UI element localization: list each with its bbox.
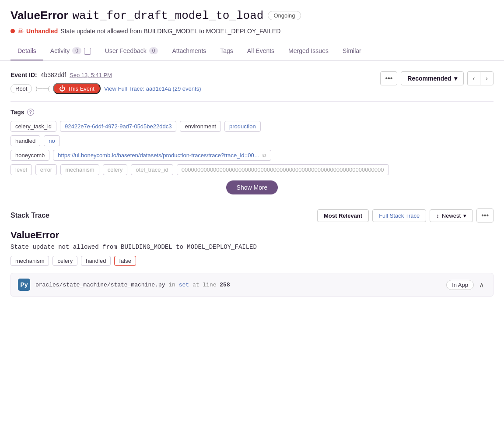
event-left: Event ID: 4b382ddf Sep 13, 5:41 PM Root … [10,71,201,94]
error-tag-mechanism: mechanism [10,256,49,266]
skull-icon: ☠ [18,27,24,35]
comment-icon [84,48,91,55]
page-container: ValueError wait_for_draft_model_to_load … [0,0,504,438]
view-trace-link[interactable]: View Full Trace: aad1c14a (29 events) [104,85,201,92]
root-badge: Root [10,84,32,93]
next-event-button[interactable]: › [480,71,494,85]
tags-row-handled: handled no [10,135,494,146]
tag-key-environment: environment [180,121,221,132]
frame-in-text: in [168,282,178,288]
error-subtitle: State update not allowed from BUILDING_M… [60,28,280,35]
nav-tabs: Details Activity 0 User Feedback 0 Attac… [0,42,504,61]
tags-row-faded: level error mechanism celery otel_trace_… [10,164,494,175]
help-icon[interactable]: ? [27,109,34,116]
red-dot-icon [10,29,15,33]
tags-title: Tags [10,109,24,116]
section-divider [10,101,494,102]
tab-attachments[interactable]: Attachments [165,42,213,60]
error-tag-false: false [114,256,136,266]
error-block-title: ValueError [10,230,494,241]
error-type: ValueError [10,9,68,22]
tab-all-events[interactable]: All Events [240,42,281,60]
stack-trace-controls: Most Relevant Full Stack Trace ↕ Newest … [317,208,494,223]
frame-line-number: 258 [220,282,230,288]
tags-rows: celery_task_id 92422e7e-6ddf-4972-9ad7-0… [10,121,494,175]
stack-trace-title: Stack Trace [10,212,49,219]
most-relevant-button[interactable]: Most Relevant [317,209,369,222]
event-nav-group: ‹ › [467,71,494,85]
event-id-value: 4b382ddf [41,71,66,78]
error-tags-row: mechanism celery handled false [10,256,494,266]
stack-frame-path: oracles/state_machine/state_machine.py i… [35,282,230,288]
chevron-down-icon: ▾ [454,75,457,82]
show-more-button[interactable]: Show More [226,180,278,194]
stack-trace-section: Stack Trace Most Relevant Full Stack Tra… [10,208,494,297]
tag-key-mechanism: mechanism [60,164,99,175]
full-stack-trace-button[interactable]: Full Stack Trace [372,209,426,222]
in-app-badge: In App [446,280,474,290]
show-more-row: Show More [10,177,494,198]
recommended-button[interactable]: Recommended ▾ [401,71,463,85]
tags-header: Tags ? [10,109,494,116]
header-section: ValueError wait_for_draft_model_to_load … [0,0,504,35]
stack-dots-button[interactable]: ••• [476,208,494,223]
unhandled-label: Unhandled [26,28,58,35]
tag-key-celery-task-id: celery_task_id [10,121,56,132]
event-id-label: Event ID: [10,71,37,78]
tag-value-otel: 0000000000000000000000000000000000000000… [177,164,389,175]
power-icon: ⏻ [59,85,65,92]
error-tag-handled: handled [81,256,111,266]
tags-row-honeycomb: honeycomb https://ui.honeycomb.io/basete… [10,150,494,161]
tag-value-environment[interactable]: production [224,121,261,132]
connector-dash: )——( [35,85,49,92]
tag-value-level: error [35,164,57,175]
main-content: Event ID: 4b382ddf Sep 13, 5:41 PM Root … [0,61,504,307]
frame-function: set [179,282,189,288]
title-row: ValueError wait_for_draft_model_to_load … [10,9,494,22]
tag-value-mechanism: celery [103,164,128,175]
this-event-button[interactable]: ⏻ This Event [53,83,100,94]
tag-value-honeycomb[interactable]: https://ui.honeycomb.io/baseten/datasets… [53,150,271,161]
frame-at-text: at line [192,282,220,288]
tab-activity[interactable]: Activity 0 [43,42,98,60]
ongoing-badge: Ongoing [268,11,301,20]
error-block: ValueError State update not allowed from… [10,230,494,266]
sort-icon: ↕ [436,212,439,219]
frame-file-path: oracles/state_machine/state_machine.py [35,282,165,288]
event-timestamp[interactable]: Sep 13, 5:41 PM [70,72,112,78]
user-feedback-count: 0 [149,47,158,54]
error-tag-celery: celery [52,256,77,266]
tab-merged-issues[interactable]: Merged Issues [281,42,336,60]
tab-user-feedback[interactable]: User Feedback 0 [98,42,165,60]
tab-similar[interactable]: Similar [336,42,368,60]
chevron-down-icon-newest: ▾ [463,212,466,219]
tag-key-level: level [10,164,32,175]
stack-trace-header: Stack Trace Most Relevant Full Stack Tra… [10,208,494,223]
stack-frame: Py oracles/state_machine/state_machine.p… [10,273,494,297]
error-function: wait_for_draft_model_to_load [73,9,264,22]
tag-key-handled: handled [10,135,40,146]
python-icon: Py [18,279,30,291]
frame-expand-button[interactable]: ∧ [477,279,486,291]
tag-value-handled[interactable]: no [44,135,60,146]
tags-section: Tags ? celery_task_id 92422e7e-6ddf-4972… [10,109,494,198]
event-id-row: Event ID: 4b382ddf Sep 13, 5:41 PM [10,71,201,78]
stack-frame-left: Py oracles/state_machine/state_machine.p… [18,279,230,291]
tab-tags[interactable]: Tags [213,42,240,60]
tag-key-otel: otel_trace_id [131,164,173,175]
copy-icon[interactable]: ⧉ [262,152,266,159]
event-dots-button[interactable]: ••• [380,71,397,85]
prev-event-button[interactable]: ‹ [467,71,480,85]
newest-button[interactable]: ↕ Newest ▾ [430,209,473,222]
error-block-message: State update not allowed from BUILDING_M… [10,244,494,251]
event-nav-row: Root )——( ⏻ This Event View Full Trace: … [10,83,201,94]
tab-details[interactable]: Details [10,42,43,60]
tag-value-celery-task-id[interactable]: 92422e7e-6ddf-4972-9ad7-05d5be22ddc3 [60,121,176,132]
tag-key-honeycomb: honeycomb [10,150,49,161]
stack-frame-right: In App ∧ [446,279,486,291]
activity-count: 0 [72,47,81,54]
event-meta: Event ID: 4b382ddf Sep 13, 5:41 PM Root … [10,71,494,94]
subtitle-row: ☠ Unhandled State update not allowed fro… [10,27,494,35]
event-right: ••• Recommended ▾ ‹ › [380,71,494,85]
tags-row-celery: celery_task_id 92422e7e-6ddf-4972-9ad7-0… [10,121,494,132]
